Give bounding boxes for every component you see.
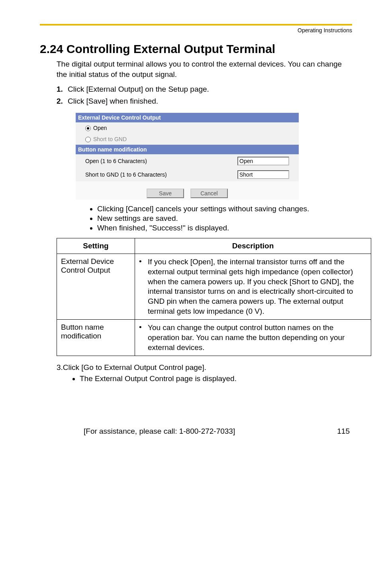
radio-short-icon[interactable] (85, 137, 91, 142)
screenshot-panel: External Device Control Output Open Shor… (76, 113, 299, 200)
step-2: 2. Click [Save] when finished. (57, 97, 352, 106)
table-row: External Device Control Output • If you … (57, 254, 371, 320)
header-doc-title: Operating Instructions (40, 27, 352, 33)
section-header-output: External Device Control Output (76, 113, 299, 122)
header-rule (40, 24, 352, 26)
field-row-short: Short to GND (1 to 6 Characters) Short (76, 168, 299, 181)
th-setting: Setting (57, 238, 135, 254)
section-header-button-name: Button name modification (76, 145, 299, 154)
radio-open-icon[interactable] (85, 126, 91, 131)
note-item: Clicking [Cancel] cancels your settings … (97, 205, 352, 213)
save-button[interactable]: Save (147, 189, 184, 198)
radio-short-label: Short to GND (93, 136, 127, 142)
short-field-label: Short to GND (1 to 6 Characters) (85, 171, 221, 178)
note-item: New settings are saved. (97, 214, 352, 223)
notes-list: Clicking [Cancel] cancels your settings … (97, 205, 352, 232)
cancel-button[interactable]: Cancel (190, 189, 228, 198)
step-number: 3. (57, 363, 63, 372)
cell-text: If you check [Open], the internal transi… (148, 257, 367, 316)
button-row: Save Cancel (76, 185, 299, 200)
step-number: 2. (57, 97, 68, 106)
cell-setting: Button name modification (57, 320, 135, 356)
note-item: When finished, "Success!" is displayed. (97, 224, 352, 232)
open-field-label: Open (1 to 6 Characters) (85, 158, 221, 164)
open-field-input[interactable]: Open (237, 157, 289, 165)
intro-text: The digital output terminal allows you t… (57, 59, 352, 79)
cell-setting: External Device Control Output (57, 254, 135, 320)
bullet-icon: • (139, 257, 148, 316)
radio-row-open[interactable]: Open (76, 122, 299, 134)
cell-text: You can change the output control button… (148, 323, 367, 352)
footer-page-number: 115 (337, 427, 350, 436)
footer-assist: [For assistance, please call: 1-800-272-… (84, 427, 235, 436)
sub-item: The External Output Control page is disp… (80, 374, 352, 383)
radio-open-label: Open (93, 125, 107, 131)
step-list: 1. Click [External Output] on the Setup … (57, 85, 352, 106)
field-row-open: Open (1 to 6 Characters) Open (76, 154, 299, 168)
page-title: 2.24 Controlling External Output Termina… (40, 42, 352, 56)
short-field-input[interactable]: Short (237, 170, 289, 179)
spacer (76, 181, 299, 185)
step-3: 3. Click [Go to External Output Control … (57, 363, 352, 372)
step-text: Click [Go to External Output Control pag… (63, 363, 206, 372)
step-number: 1. (57, 85, 68, 94)
th-description: Description (135, 238, 371, 254)
cell-description: • You can change the output control butt… (135, 320, 371, 356)
table-row: Button name modification • You can chang… (57, 320, 371, 356)
step-1: 1. Click [External Output] on the Setup … (57, 85, 352, 94)
page-footer: [For assistance, please call: 1-800-272-… (40, 427, 352, 436)
bullet-icon: • (139, 323, 148, 352)
step-3-sub: The External Output Control page is disp… (80, 374, 352, 383)
step-text: Click [Save] when finished. (68, 97, 158, 106)
table-header-row: Setting Description (57, 238, 371, 254)
radio-row-short[interactable]: Short to GND (76, 134, 299, 145)
step-list-3: 3. Click [Go to External Output Control … (57, 363, 352, 372)
settings-table: Setting Description External Device Cont… (57, 238, 371, 356)
step-text: Click [External Output] on the Setup pag… (68, 85, 209, 94)
cell-description: • If you check [Open], the internal tran… (135, 254, 371, 320)
